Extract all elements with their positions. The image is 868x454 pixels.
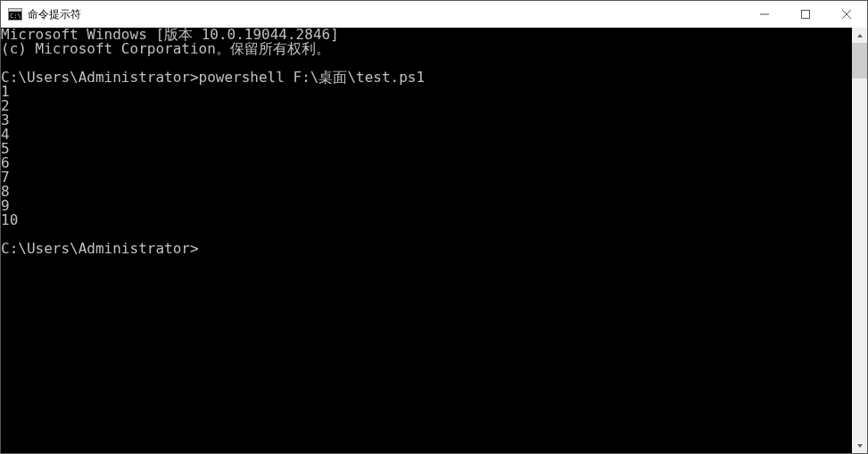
- svg-rect-1: [802, 11, 810, 19]
- minimize-button[interactable]: [744, 1, 785, 28]
- cmd-window: C:\ 命令提示符 Microsoft Windows [版本 10.0.190…: [0, 0, 868, 454]
- close-button[interactable]: [826, 1, 867, 28]
- svg-marker-4: [857, 34, 863, 37]
- terminal-line: 6: [1, 156, 852, 170]
- terminal-line: 8: [1, 185, 852, 199]
- scroll-down-button[interactable]: [852, 438, 867, 453]
- terminal-line: 3: [1, 113, 852, 128]
- terminal-line: (c) Microsoft Corporation。保留所有权利。: [1, 42, 852, 56]
- titlebar[interactable]: C:\ 命令提示符: [1, 1, 867, 28]
- terminal-line: C:\Users\Administrator>: [1, 242, 852, 256]
- terminal-line: 5: [1, 142, 852, 156]
- scroll-up-button[interactable]: [852, 28, 867, 43]
- window-title: 命令提示符: [28, 1, 81, 28]
- terminal-line: 9: [1, 199, 852, 213]
- maximize-button[interactable]: [785, 1, 826, 28]
- terminal-line: 10: [1, 213, 852, 227]
- terminal-line: 1: [1, 85, 852, 99]
- client-area: Microsoft Windows [版本 10.0.19044.2846](c…: [1, 28, 867, 453]
- terminal-line: 2: [1, 99, 852, 113]
- svg-marker-5: [857, 444, 863, 448]
- terminal-line: C:\Users\Administrator>powershell F:\桌面\…: [1, 70, 852, 85]
- scroll-thumb[interactable]: [852, 43, 867, 78]
- window-controls: [744, 1, 867, 28]
- terminal-output[interactable]: Microsoft Windows [版本 10.0.19044.2846](c…: [1, 28, 852, 453]
- terminal-line: 7: [1, 170, 852, 185]
- cmd-icon: C:\: [8, 7, 22, 21]
- vertical-scrollbar[interactable]: [852, 28, 867, 453]
- terminal-line: 4: [1, 128, 852, 142]
